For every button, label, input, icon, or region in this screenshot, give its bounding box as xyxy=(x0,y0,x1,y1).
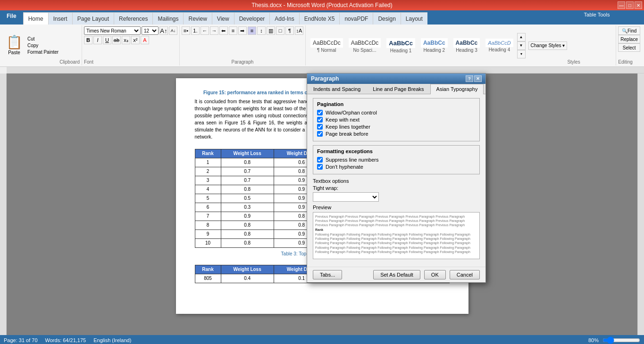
dont-hyphenate-checkbox[interactable] xyxy=(317,164,323,170)
ok-button[interactable]: OK xyxy=(424,270,446,279)
dialog-title-bar[interactable]: Paragraph ? ✕ xyxy=(307,74,485,84)
ruler-horizontal xyxy=(7,67,644,74)
grow-font-btn[interactable]: A↑ xyxy=(159,26,168,35)
formatting-exceptions-section: Formatting exceptions Suppress line numb… xyxy=(313,145,480,174)
tab-indents-spacing[interactable]: Indents and Spacing xyxy=(307,84,367,94)
underline-button[interactable]: U xyxy=(103,36,111,44)
editing-group-label: Editing xyxy=(618,59,633,65)
font-size-select[interactable]: 12 xyxy=(142,26,159,35)
show-hide-btn[interactable]: ¶ xyxy=(285,26,294,35)
tab-file[interactable]: File xyxy=(0,10,23,25)
title-bar-buttons[interactable]: — □ ✕ xyxy=(618,1,642,9)
shading-btn[interactable]: ▥ xyxy=(267,26,275,35)
style-heading3-preview: AaBbCc xyxy=(453,38,480,48)
tab-layout[interactable]: Layout xyxy=(401,12,427,25)
th-rank: Rank xyxy=(195,149,221,158)
tight-wrap-select[interactable]: None All xyxy=(313,192,379,202)
page-break-checkbox[interactable] xyxy=(317,131,323,137)
ribbon: 📋 Paste Cut Copy Format Painter Clipboar… xyxy=(0,25,644,67)
maximize-btn[interactable]: □ xyxy=(626,1,634,9)
line-spacing-btn[interactable]: ↕ xyxy=(257,26,266,35)
dont-hyphenate-row: Don't hyphenate xyxy=(317,164,476,170)
tab-asian-typography[interactable]: Asian Typography xyxy=(430,84,484,94)
formatting-exceptions-title: Formatting exceptions xyxy=(317,148,476,154)
tab-novapdf[interactable]: novaPDF xyxy=(339,12,373,25)
style-heading2-preview: AaBbCc xyxy=(421,38,448,48)
copy-button[interactable]: Copy xyxy=(26,42,59,49)
tab-line-page-breaks[interactable]: Line and Page Breaks xyxy=(367,84,430,94)
suppress-line-numbers-label: Suppress line numbers xyxy=(326,157,379,163)
preview-current-text: Rank xyxy=(315,228,477,231)
tab-mailings[interactable]: Mailings xyxy=(152,12,183,25)
tab-view[interactable]: View xyxy=(212,12,234,25)
tab-insert[interactable]: Insert xyxy=(48,12,72,25)
dialog-close-btn[interactable]: ✕ xyxy=(474,75,482,82)
bold-button[interactable]: B xyxy=(84,36,92,44)
suppress-line-numbers-row: Suppress line numbers xyxy=(317,157,476,163)
tab-developer[interactable]: Developer xyxy=(234,12,270,25)
close-btn[interactable]: ✕ xyxy=(635,1,642,9)
cut-button[interactable]: Cut xyxy=(26,36,59,42)
tab-references[interactable]: References xyxy=(114,12,152,25)
borders-btn[interactable]: □ xyxy=(276,26,284,35)
align-right-btn[interactable]: ➡ xyxy=(238,26,247,35)
keep-lines-checkbox[interactable] xyxy=(317,124,323,130)
editing-section: 🔍 Find Replace Select Editing xyxy=(616,25,642,66)
styles-scroll-up[interactable]: ▲ xyxy=(517,33,526,41)
keep-with-next-checkbox[interactable] xyxy=(317,117,323,123)
indent-right-btn[interactable]: → xyxy=(210,26,218,35)
dialog-title-buttons[interactable]: ? ✕ xyxy=(466,75,482,82)
cancel-button[interactable]: Cancel xyxy=(450,270,480,279)
clipboard-small-buttons: Cut Copy Format Painter xyxy=(25,26,59,65)
align-center-btn[interactable]: ≡ xyxy=(229,26,237,35)
subscript-btn[interactable]: x₂ xyxy=(122,36,130,44)
tab-home[interactable]: Home xyxy=(23,12,48,25)
strikethrough-btn[interactable]: ab xyxy=(112,36,121,44)
tab-endnote[interactable]: EndNote X5 xyxy=(299,12,340,25)
page-break-row: Page break before xyxy=(317,131,476,137)
styles-more[interactable]: ▾ xyxy=(517,50,526,58)
dialog-help-btn[interactable]: ? xyxy=(466,75,473,82)
paste-button[interactable]: 📋 Paste xyxy=(4,26,25,65)
font-color-btn[interactable]: A xyxy=(141,36,149,44)
set-as-default-button[interactable]: Set As Default xyxy=(373,270,420,279)
find-button[interactable]: 🔍 Find xyxy=(618,26,640,35)
justify-btn[interactable]: ≡ xyxy=(248,26,256,35)
styles-scroll-down[interactable]: ▼ xyxy=(517,41,526,50)
shrink-font-btn[interactable]: A↓ xyxy=(169,26,177,35)
zoom-slider[interactable] xyxy=(602,336,640,344)
numbering-btn[interactable]: 1. xyxy=(191,26,200,35)
superscript-btn[interactable]: x² xyxy=(131,36,140,44)
tabs-button[interactable]: Tabs... xyxy=(313,270,342,279)
suppress-line-numbers-checkbox[interactable] xyxy=(317,157,323,163)
style-heading1[interactable]: AaBbCc Heading 1 xyxy=(384,37,418,54)
scrollbar-vertical[interactable] xyxy=(637,74,644,335)
style-heading3[interactable]: AaBbCc Heading 3 xyxy=(451,37,483,54)
format-painter-button[interactable]: Format Painter xyxy=(26,49,59,55)
style-heading2[interactable]: AaBbCc Heading 2 xyxy=(418,37,451,54)
style-normal[interactable]: AaBbCcDc ¶ Normal xyxy=(308,37,346,54)
tab-addins[interactable]: Add-Ins xyxy=(269,12,299,25)
font-name-select[interactable]: Times New Roman xyxy=(84,26,141,35)
tab-review[interactable]: Review xyxy=(183,12,211,25)
tab-page-layout[interactable]: Page Layout xyxy=(72,12,114,25)
select-button[interactable]: Select xyxy=(618,43,640,52)
sort-btn[interactable]: ↕A xyxy=(295,26,303,35)
style-no-spacing[interactable]: AaBbCcDc No Spaci... xyxy=(346,37,384,54)
minimize-btn[interactable]: — xyxy=(618,1,625,9)
paste-icon: 📋 xyxy=(6,36,23,49)
change-styles-button[interactable]: Change Styles ▾ xyxy=(528,41,568,50)
align-left-btn[interactable]: ⬅ xyxy=(219,26,228,35)
bullets-btn[interactable]: ≡• xyxy=(182,26,190,35)
font-group-label: Font xyxy=(84,59,93,65)
title-bar: Thesis.docx - Microsoft Word (Product Ac… xyxy=(0,0,644,10)
clipboard-label: Clipboard xyxy=(59,59,80,65)
widow-orphan-checkbox[interactable] xyxy=(317,110,323,115)
style-heading4[interactable]: AaBbCcD Heading 4 xyxy=(483,38,516,53)
indent-left-btn[interactable]: ← xyxy=(201,26,209,35)
italic-button[interactable]: I xyxy=(93,36,102,44)
paragraph-dialog[interactable]: Paragraph ? ✕ Indents and Spacing Line a… xyxy=(307,73,486,283)
replace-button[interactable]: Replace xyxy=(618,35,640,43)
tab-design[interactable]: Design xyxy=(373,12,400,25)
dont-hyphenate-label: Don't hyphenate xyxy=(326,164,363,170)
